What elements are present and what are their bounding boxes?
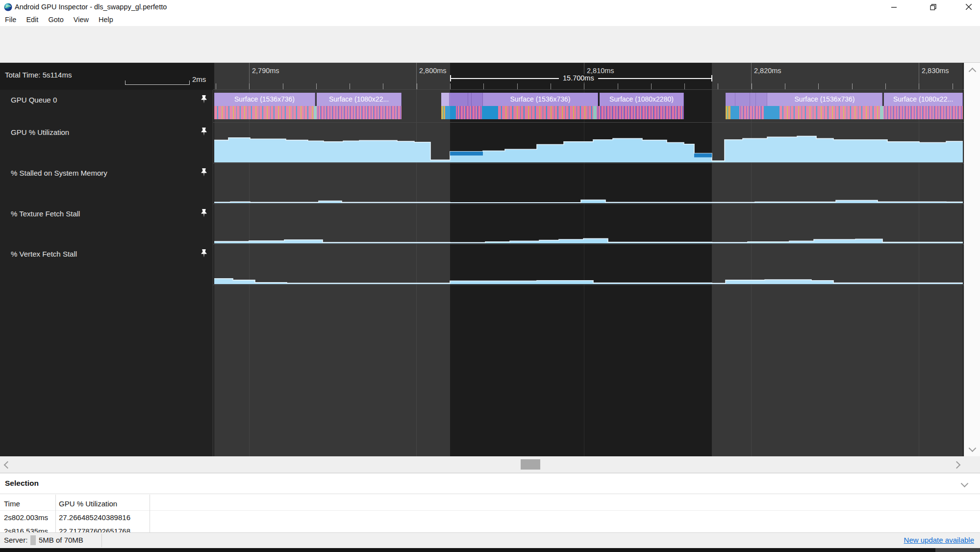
surface-span[interactable]: Surface (1536x736) bbox=[483, 93, 598, 106]
measure-label: 15.700ms bbox=[559, 74, 598, 82]
restore-button[interactable] bbox=[922, 0, 944, 14]
scroll-right-icon[interactable] bbox=[953, 461, 961, 469]
gpu-slice-group-yellow[interactable] bbox=[726, 106, 730, 119]
timeline-horizontal-scrollbar[interactable] bbox=[0, 456, 980, 473]
menu-item-help[interactable]: Help bbox=[94, 14, 118, 26]
queue-segment[interactable] bbox=[726, 93, 735, 106]
selection-title: Selection bbox=[5, 479, 39, 488]
queue-segment[interactable] bbox=[441, 93, 450, 106]
menu-item-file[interactable]: File bbox=[0, 14, 21, 26]
surface-span[interactable]: Surface (1080x22... bbox=[317, 93, 402, 106]
gpu-slice-group-yellow[interactable] bbox=[441, 106, 445, 119]
chart--stalled-on-system-memory[interactable] bbox=[213, 163, 963, 204]
gpu-slice-group-dense[interactable] bbox=[883, 106, 963, 119]
bottom-edge-strip-right bbox=[935, 548, 980, 552]
chart--texture-fetch-stall[interactable] bbox=[213, 204, 963, 244]
queue-segment[interactable] bbox=[472, 93, 483, 106]
ruler-time-label: 2,820ms bbox=[754, 67, 781, 75]
update-link[interactable]: New update available bbox=[904, 536, 974, 544]
menu-bar: FileEditGotoViewHelp bbox=[0, 14, 980, 26]
queue-segment[interactable] bbox=[450, 93, 468, 106]
server-memory-usage: 5MB of 70MB bbox=[39, 536, 83, 544]
timeline-header: Total Time: 5s114ms 2ms bbox=[0, 63, 213, 90]
selection-column-header: GPU % Utilization bbox=[59, 499, 117, 508]
queue-segment[interactable] bbox=[468, 93, 472, 106]
surface-span[interactable]: Surface (1536x736) bbox=[767, 93, 882, 106]
server-label: Server: bbox=[4, 536, 27, 544]
close-button[interactable] bbox=[957, 0, 980, 14]
chart--vertex-fetch-stall[interactable] bbox=[213, 244, 963, 285]
chart-gpu-utilization[interactable] bbox=[213, 122, 963, 163]
queue-segment[interactable] bbox=[735, 93, 750, 106]
track-label-gpu-queue: GPU Queue 0 bbox=[11, 96, 57, 104]
gpu-slice-group-dense[interactable] bbox=[597, 106, 684, 119]
measure-cap-right bbox=[711, 75, 712, 81]
collapse-selection-icon[interactable] bbox=[961, 480, 969, 488]
column-divider bbox=[55, 495, 56, 532]
scroll-left-icon[interactable] bbox=[4, 461, 12, 469]
gpu-slice-group-teal[interactable] bbox=[593, 106, 597, 119]
column-divider bbox=[150, 495, 150, 532]
track-label--texture-fetch-stall: % Texture Fetch Stall bbox=[11, 210, 80, 218]
pin-icon[interactable] bbox=[200, 209, 210, 218]
scroll-up-icon[interactable] bbox=[969, 68, 977, 76]
selection-cell: 22.717787602651768 bbox=[59, 527, 130, 532]
timeline-vertical-scrollbar[interactable] bbox=[964, 63, 980, 456]
status-divider bbox=[101, 534, 102, 547]
scale-label: 2ms bbox=[192, 75, 206, 83]
ruler-time-label: 2,790ms bbox=[252, 67, 279, 75]
surface-span[interactable]: Surface (1536x736) bbox=[214, 93, 315, 106]
surface-span[interactable]: Surface (1080x2280) bbox=[600, 93, 684, 106]
menu-item-view[interactable]: View bbox=[69, 14, 94, 26]
status-bar: Server: 5MB of 70MB New update available bbox=[0, 532, 980, 548]
gpu-slice-group-blue[interactable] bbox=[764, 106, 779, 119]
minimize-button[interactable] bbox=[882, 0, 905, 14]
track-name-panel: Total Time: 5s114ms 2ms GPU Queue 0GPU %… bbox=[0, 63, 213, 456]
app-logo-icon bbox=[4, 3, 12, 11]
pin-icon[interactable] bbox=[200, 249, 210, 259]
menu-item-edit[interactable]: Edit bbox=[21, 14, 43, 26]
selection-panel: Selection TimeGPU % Utilization2s802.003… bbox=[0, 473, 980, 532]
title-bar: Android GPU Inspector - dls_swappy_gl.pe… bbox=[0, 0, 980, 14]
server-memory-chunk bbox=[30, 535, 36, 545]
selection-cell: 2s816.535ms bbox=[4, 527, 48, 532]
ruler-time-label: 2,810ms bbox=[587, 67, 614, 75]
selection-cell: 2s802.003ms bbox=[4, 513, 48, 522]
scroll-down-icon[interactable] bbox=[969, 445, 977, 452]
gpu-slice-group-dense[interactable] bbox=[317, 106, 402, 119]
pin-icon[interactable] bbox=[200, 95, 210, 105]
gpu-slice-group-pink[interactable] bbox=[779, 106, 880, 119]
menu-item-goto[interactable]: Goto bbox=[43, 14, 68, 26]
bottom-edge-strip bbox=[0, 548, 935, 552]
gpu-slice-group-blue[interactable] bbox=[482, 106, 498, 119]
pin-icon[interactable] bbox=[200, 127, 210, 137]
ruler-time-label: 2,800ms bbox=[419, 67, 447, 75]
gpu-slice-group-blue[interactable] bbox=[445, 106, 456, 119]
gpu-slice-group-dense[interactable] bbox=[739, 106, 764, 119]
queue-segment[interactable] bbox=[750, 93, 756, 106]
selection-column-header: Time bbox=[4, 499, 20, 508]
selected-sample bbox=[694, 154, 712, 158]
app-window: Android GPU Inspector - dls_swappy_gl.pe… bbox=[0, 0, 980, 552]
gpu-slice-group-pink[interactable] bbox=[498, 106, 593, 119]
queue-segment[interactable] bbox=[756, 93, 767, 106]
selection-cell: 27.266485240389816 bbox=[59, 513, 130, 522]
total-time-label: Total Time: 5s114ms bbox=[5, 63, 72, 90]
surface-span[interactable]: Surface (1080x22... bbox=[884, 93, 963, 106]
pin-icon[interactable] bbox=[200, 168, 210, 178]
toolbar: Mode: Selection (1)Pan (2)Zoom (3)Timing… bbox=[0, 26, 980, 63]
track-label--stalled-on-system-memory: % Stalled on System Memory bbox=[11, 169, 107, 177]
gpu-slice-group-blue[interactable] bbox=[730, 106, 739, 119]
timeline[interactable]: 2,790ms2,800ms2,810ms2,820ms2,830msSurfa… bbox=[0, 63, 980, 456]
track-label--vertex-fetch-stall: % Vertex Fetch Stall bbox=[11, 250, 77, 258]
gpu-slice-group-dense[interactable] bbox=[456, 106, 482, 119]
window-title: Android GPU Inspector - dls_swappy_gl.pe… bbox=[15, 0, 167, 14]
track-label-gpu-utilization: GPU % Utilization bbox=[11, 128, 69, 136]
selected-sample bbox=[450, 152, 483, 156]
gpu-slice-group-teal[interactable] bbox=[880, 106, 883, 119]
scale-ruler-widget bbox=[125, 80, 190, 85]
measure-cap-left bbox=[450, 75, 451, 81]
gpu-slice-group-pink[interactable] bbox=[214, 106, 314, 119]
scrollbar-thumb[interactable] bbox=[521, 459, 540, 470]
ruler-time-label: 2,830ms bbox=[922, 67, 949, 75]
